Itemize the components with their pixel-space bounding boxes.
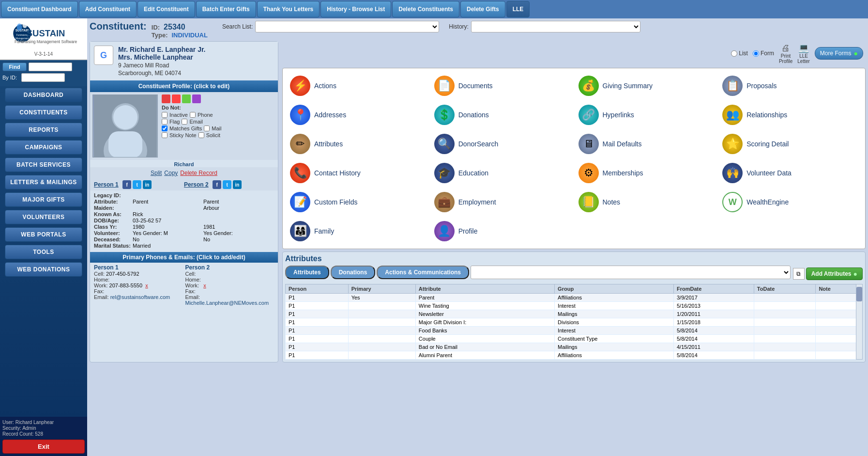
menu-item-profile[interactable]: 👤 Profile (432, 219, 572, 244)
menu-item-addresses[interactable]: 📍 Addresses (288, 102, 428, 127)
table-row[interactable]: P1CoupleConstituent Type5/8/2014 (286, 335, 863, 343)
nav-edit-constituent[interactable]: Edit Constituent (137, 1, 195, 17)
sidebar-item-major-gifts[interactable]: MAJOR GIFTS (5, 192, 82, 207)
matches-gifts-checkbox[interactable] (162, 126, 168, 131)
table-row[interactable]: P1Alumni ParentAffiliations5/8/2014 (286, 351, 863, 360)
exit-button[interactable]: Exit (2, 440, 85, 454)
table-row[interactable]: P1NewsletterMailings1/20/2011 (286, 310, 863, 318)
sidebar-item-batch-services[interactable]: BATCH SERVICES (5, 157, 82, 172)
nav-delete-constituents[interactable]: Delete Constituents (392, 1, 459, 17)
nav-thank-you-letters[interactable]: Thank You Letters (257, 1, 320, 17)
attr-filter-select[interactable] (471, 266, 791, 279)
copy-link[interactable]: Copy (164, 170, 178, 176)
find-input[interactable] (29, 63, 72, 71)
nav-add-constituent[interactable]: Add Constituent (79, 1, 137, 17)
lle-letter-item[interactable]: 💻 LLELetter (797, 43, 810, 64)
sidebar-item-constituents[interactable]: CONSTITUENTS (5, 105, 82, 120)
attr-tab-attributes[interactable]: Attributes (285, 266, 329, 279)
attributes-scrollbar[interactable] (856, 284, 863, 360)
sidebar-item-volunteers[interactable]: VOLUNTEERS (5, 210, 82, 224)
menu-item-actions[interactable]: ⚡ Actions (288, 73, 428, 98)
person2-linkedin-icon[interactable]: in (233, 180, 242, 189)
menu-item-attributes[interactable]: ✏ Attributes (288, 131, 428, 157)
sidebar-item-letters-mailings[interactable]: LETTERS & MAILINGS (5, 175, 82, 189)
nav-history-browse-list[interactable]: History - Browse List (320, 1, 391, 17)
sidebar-item-web-donations[interactable]: WEB DONATIONS (5, 262, 82, 277)
menu-item-family[interactable]: 👨‍👩‍👧 Family (288, 219, 428, 244)
sticky-note-checkbox[interactable] (162, 132, 168, 138)
person2-work-x[interactable]: x (203, 283, 206, 288)
menu-item-proposals[interactable]: 📋 Proposals (720, 73, 860, 98)
phones-emails-button[interactable]: Primary Phones & Emails: (Click to add/e… (90, 252, 278, 263)
nav-batch-enter-gifts[interactable]: Batch Enter Gifts (196, 1, 256, 17)
google-maps-icon[interactable]: G (94, 46, 113, 65)
attr-tab-actions-communications[interactable]: Actions & Communications (377, 266, 469, 279)
attr-cell-to (754, 294, 816, 302)
person1-work-x[interactable]: x (145, 283, 148, 288)
menu-item-donorsearch[interactable]: 🔍 DonorSearch (432, 131, 572, 157)
find-button[interactable]: Find (2, 63, 27, 71)
menu-item-documents[interactable]: 📄 Documents (432, 73, 572, 98)
nav-lle[interactable]: LLE (506, 1, 530, 17)
person1-linkedin-icon[interactable]: in (143, 180, 152, 189)
inactive-checkbox[interactable] (162, 112, 168, 118)
list-radio[interactable] (731, 50, 737, 57)
menu-item-donations[interactable]: 💲 Donations (432, 102, 572, 127)
profile-edit-button[interactable]: Constituent Profile: (click to edit) (90, 80, 278, 92)
table-row[interactable]: P1YesParentAffiliations3/9/2017 (286, 294, 863, 302)
search-list-select[interactable] (255, 21, 439, 32)
table-row[interactable]: P1Major Gift Division I:Divisions1/15/20… (286, 318, 863, 327)
attr-copy-button[interactable]: ⧉ (793, 268, 805, 280)
menu-item-relationships[interactable]: 👥 Relationships (720, 102, 860, 127)
sidebar-item-tools[interactable]: TOOLS (5, 245, 82, 259)
delete-record-link[interactable]: Delete Record (180, 170, 217, 176)
menu-item-education[interactable]: 🎓 Education (432, 160, 572, 186)
swatch-red2[interactable] (172, 94, 181, 103)
swatch-red[interactable] (162, 94, 170, 103)
person1-facebook-icon[interactable]: f (122, 180, 131, 189)
print-profile-item[interactable]: 🖨 PrintProfile (779, 43, 792, 64)
person1-label[interactable]: Person 1 (94, 181, 119, 188)
byid-input[interactable] (21, 73, 65, 82)
menu-item-employment[interactable]: 💼 Employment (432, 189, 572, 215)
nav-constituent-dashboard[interactable]: Constituent Dashboard (1, 1, 78, 17)
mail-checkbox[interactable] (204, 126, 210, 131)
table-row[interactable]: P1Food BanksInterest5/8/2014 (286, 327, 863, 335)
sidebar-item-dashboard[interactable]: DASHBOARD (5, 88, 82, 102)
sidebar-item-web-portals[interactable]: WEB PORTALS (5, 227, 82, 242)
sidebar-item-campaigns[interactable]: CAMPAIGNS (5, 140, 82, 155)
menu-item-giving-summary[interactable]: 💰 Giving Summary (576, 73, 716, 98)
swatch-green[interactable] (182, 94, 191, 103)
table-row[interactable]: P1Bad or No EmailMailings4/15/2011 (286, 343, 863, 351)
menu-item-scoring-detail[interactable]: ⭐ Scoring Detail (720, 131, 860, 157)
scrollbar-thumb[interactable] (856, 287, 862, 301)
more-forms-button[interactable]: More Forms ● (815, 47, 863, 60)
phone-checkbox[interactable] (190, 112, 196, 118)
split-link[interactable]: Split (151, 170, 162, 176)
attr-tab-donations[interactable]: Donations (331, 266, 376, 279)
email-checkbox[interactable] (182, 119, 187, 125)
table-row[interactable]: P1Wine TastingInterest5/16/2013 (286, 302, 863, 310)
menu-item-contact-history[interactable]: 📞 Contact History (288, 160, 428, 186)
nav-delete-gifts[interactable]: Delete Gifts (460, 1, 505, 17)
add-attributes-button[interactable]: Add Attributes ● (806, 267, 863, 280)
menu-item-hyperlinks[interactable]: 🔗 Hyperlinks (576, 102, 716, 127)
flag-checkbox[interactable] (162, 119, 168, 125)
menu-item-notes[interactable]: 📒 Notes (576, 189, 716, 215)
menu-item-volunteer-data[interactable]: 🙌 Volunteer Data (720, 160, 860, 186)
person2-label[interactable]: Person 2 (184, 181, 209, 188)
menu-item-custom-fields[interactable]: 📝 Custom Fields (288, 189, 428, 215)
menu-item-wealthengine[interactable]: W WealthEngine (720, 189, 860, 215)
history-select[interactable] (471, 21, 640, 32)
menu-item-memberships[interactable]: ⚙ Memberships (576, 160, 716, 186)
person1-twitter-icon[interactable]: t (133, 180, 141, 189)
sidebar-item-reports[interactable]: REPORTS (5, 123, 82, 137)
solicit-checkbox[interactable] (198, 132, 204, 138)
list-radio-label[interactable]: List (731, 50, 748, 57)
person2-twitter-icon[interactable]: t (223, 180, 231, 189)
form-radio-label[interactable]: Form (753, 50, 774, 57)
menu-item-mail-defaults[interactable]: 🖥 Mail Defaults (576, 131, 716, 157)
form-radio[interactable] (753, 50, 759, 57)
swatch-purple[interactable] (192, 94, 201, 103)
person2-facebook-icon[interactable]: f (213, 180, 221, 189)
